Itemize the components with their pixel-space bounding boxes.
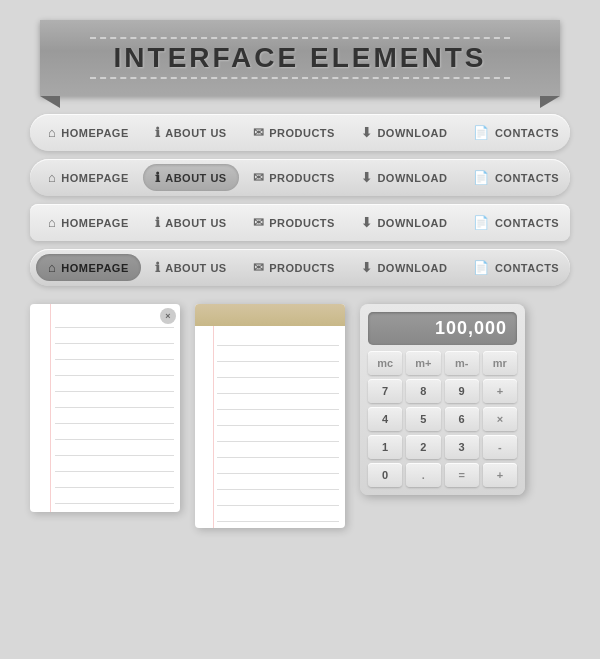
envelope-icon-4: ✉	[253, 260, 265, 275]
notepad2-margin	[213, 326, 214, 528]
nav-btn-products-2[interactable]: ✉PRODUCTS	[241, 164, 347, 191]
calc-btn-9[interactable]: 9	[445, 379, 479, 403]
line	[55, 392, 174, 408]
nav-section-4: ⌂HOMEPAGE ℹABOUT US ✉PRODUCTS ⬇DOWNLOAD …	[30, 249, 570, 286]
nav-btn-contacts-3[interactable]: 📄CONTACTS	[461, 209, 571, 236]
calc-btn-plus[interactable]: +	[483, 379, 517, 403]
nav-btn-homepage-2[interactable]: ⌂HOMEPAGE	[36, 164, 141, 191]
line	[217, 378, 339, 394]
banner: INTERFACE ELEMENTS	[40, 20, 560, 96]
calc-btn-4[interactable]: 4	[368, 407, 402, 431]
calc-btn-plus2[interactable]: +	[483, 463, 517, 487]
calc-btn-mc[interactable]: mc	[368, 351, 402, 375]
line	[217, 394, 339, 410]
nav-btn-about-3[interactable]: ℹABOUT US	[143, 209, 239, 236]
notepad1-lines	[55, 312, 174, 504]
calc-btn-minus[interactable]: -	[483, 435, 517, 459]
nav-btn-about-2[interactable]: ℹABOUT US	[143, 164, 239, 191]
nav-bar-2: ⌂HOMEPAGE ℹABOUT US ✉PRODUCTS ⬇DOWNLOAD …	[30, 159, 570, 196]
notepad2	[195, 304, 345, 528]
line	[55, 312, 174, 328]
calc-btn-7[interactable]: 7	[368, 379, 402, 403]
info-icon-4: ℹ	[155, 260, 161, 275]
nav-btn-contacts-2[interactable]: 📄CONTACTS	[461, 164, 571, 191]
line	[55, 344, 174, 360]
line	[217, 490, 339, 506]
line	[55, 424, 174, 440]
calc-btn-2[interactable]: 2	[406, 435, 440, 459]
line	[217, 346, 339, 362]
bottom-section: ×	[30, 304, 570, 528]
download-icon-4: ⬇	[361, 260, 373, 275]
line	[217, 330, 339, 346]
home-icon-2: ⌂	[48, 170, 56, 185]
calc-btn-5[interactable]: 5	[406, 407, 440, 431]
calculator: 100,000 mc m+ m- mr 7 8 9 + 4 5 6 × 1 2 …	[360, 304, 525, 495]
calc-grid: mc m+ m- mr 7 8 9 + 4 5 6 × 1 2 3 - 0 . …	[368, 351, 517, 487]
nav-btn-contacts-4[interactable]: 📄CONTACTS	[461, 254, 571, 281]
calc-btn-mminus[interactable]: m-	[445, 351, 479, 375]
line	[217, 442, 339, 458]
home-icon-4: ⌂	[48, 260, 56, 275]
nav-btn-homepage-4[interactable]: ⌂HOMEPAGE	[36, 254, 141, 281]
notepad1: ×	[30, 304, 180, 512]
notepad2-body	[195, 326, 345, 528]
nav-btn-products-3[interactable]: ✉PRODUCTS	[241, 209, 347, 236]
nav-btn-homepage-3[interactable]: ⌂HOMEPAGE	[36, 209, 141, 236]
notepad1-close-button[interactable]: ×	[160, 308, 176, 324]
download-icon: ⬇	[361, 125, 373, 140]
calc-btn-mplus[interactable]: m+	[406, 351, 440, 375]
nav-btn-download-4[interactable]: ⬇DOWNLOAD	[349, 254, 460, 281]
download-icon-3: ⬇	[361, 215, 373, 230]
notepad2-header	[195, 304, 345, 326]
notepad1-margin	[50, 304, 51, 512]
doc-icon-3: 📄	[473, 215, 490, 230]
envelope-icon-2: ✉	[253, 170, 265, 185]
info-icon-2: ℹ	[155, 170, 161, 185]
line	[55, 472, 174, 488]
nav-section-1: ⌂HOMEPAGE ℹABOUT US ✉PRODUCTS ⬇DOWNLOAD …	[30, 114, 570, 151]
banner-stitch-bottom	[90, 77, 510, 79]
calc-btn-8[interactable]: 8	[406, 379, 440, 403]
line	[55, 328, 174, 344]
calc-display: 100,000	[368, 312, 517, 345]
line	[217, 410, 339, 426]
calc-btn-0[interactable]: 0	[368, 463, 402, 487]
doc-icon-2: 📄	[473, 170, 490, 185]
calc-btn-dot[interactable]: .	[406, 463, 440, 487]
download-icon-2: ⬇	[361, 170, 373, 185]
calc-btn-mr[interactable]: mr	[483, 351, 517, 375]
nav-btn-contacts-1[interactable]: 📄CONTACTS	[461, 119, 571, 146]
home-icon: ⌂	[48, 125, 56, 140]
line	[217, 362, 339, 378]
nav-btn-download-1[interactable]: ⬇DOWNLOAD	[349, 119, 460, 146]
calc-btn-times[interactable]: ×	[483, 407, 517, 431]
info-icon-3: ℹ	[155, 215, 161, 230]
line	[55, 408, 174, 424]
nav-bar-3: ⌂HOMEPAGE ℹABOUT US ✉PRODUCTS ⬇DOWNLOAD …	[30, 204, 570, 241]
banner-title: INTERFACE ELEMENTS	[80, 42, 520, 74]
calc-btn-6[interactable]: 6	[445, 407, 479, 431]
doc-icon-4: 📄	[473, 260, 490, 275]
nav-section-2: ⌂HOMEPAGE ℹABOUT US ✉PRODUCTS ⬇DOWNLOAD …	[30, 159, 570, 196]
nav-btn-homepage-1[interactable]: ⌂HOMEPAGE	[36, 119, 141, 146]
line	[217, 506, 339, 522]
calc-btn-equals[interactable]: =	[445, 463, 479, 487]
nav-btn-download-3[interactable]: ⬇DOWNLOAD	[349, 209, 460, 236]
line	[55, 360, 174, 376]
nav-bar-4: ⌂HOMEPAGE ℹABOUT US ✉PRODUCTS ⬇DOWNLOAD …	[30, 249, 570, 286]
banner-wrap: INTERFACE ELEMENTS	[40, 20, 560, 96]
info-icon: ℹ	[155, 125, 161, 140]
nav-btn-about-4[interactable]: ℹABOUT US	[143, 254, 239, 281]
line	[55, 488, 174, 504]
nav-btn-products-4[interactable]: ✉PRODUCTS	[241, 254, 347, 281]
calc-btn-3[interactable]: 3	[445, 435, 479, 459]
line	[217, 458, 339, 474]
nav-bar-1: ⌂HOMEPAGE ℹABOUT US ✉PRODUCTS ⬇DOWNLOAD …	[30, 114, 570, 151]
nav-btn-about-1[interactable]: ℹABOUT US	[143, 119, 239, 146]
nav-btn-products-1[interactable]: ✉PRODUCTS	[241, 119, 347, 146]
calc-btn-1[interactable]: 1	[368, 435, 402, 459]
line	[217, 426, 339, 442]
nav-btn-download-2[interactable]: ⬇DOWNLOAD	[349, 164, 460, 191]
envelope-icon-3: ✉	[253, 215, 265, 230]
